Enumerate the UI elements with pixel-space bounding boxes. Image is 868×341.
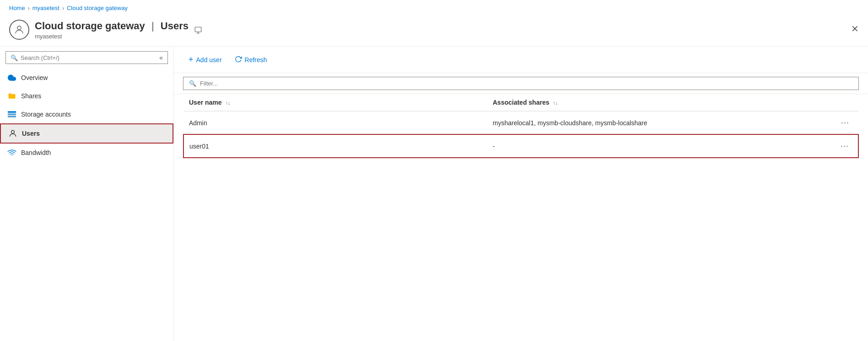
table-row: user01 - ··· (183, 134, 858, 158)
sidebar-search-icon: 🔍 (11, 54, 18, 61)
more-options-user01[interactable]: ··· (837, 140, 852, 152)
add-user-button[interactable]: + Add user (183, 52, 227, 67)
filter-icon: 🔍 (189, 80, 196, 87)
sidebar-label-storage-accounts: Storage accounts (21, 111, 71, 118)
cell-username-user01: user01 (183, 134, 487, 158)
main-layout: 🔍 « Overview Shares (0, 47, 868, 341)
sidebar-label-users: Users (22, 130, 40, 137)
shares-sort-icon[interactable]: ↑↓ (553, 100, 558, 106)
svg-rect-3 (8, 113, 16, 115)
sidebar-label-overview: Overview (21, 74, 48, 81)
user-icon (8, 129, 17, 138)
breadcrumb-sep-1: › (28, 5, 30, 11)
filter-input[interactable] (200, 80, 853, 87)
main-content: + Add user Refresh 🔍 (174, 47, 868, 341)
page-title: Cloud storage gateway | Users (35, 20, 189, 32)
breadcrumb-resource[interactable]: myasetest (32, 5, 59, 11)
cell-actions-user01: ··· (825, 134, 858, 158)
col-header-username[interactable]: User name ↑↓ (183, 94, 487, 111)
folder-icon (7, 91, 16, 101)
refresh-icon (235, 55, 242, 64)
resource-icon (9, 20, 29, 40)
add-user-label: Add user (196, 56, 222, 64)
filter-container: 🔍 (183, 77, 859, 90)
sidebar-search-input[interactable] (21, 54, 112, 61)
svg-rect-1 (195, 27, 201, 32)
search-container: 🔍 « (5, 51, 168, 64)
sidebar-item-shares[interactable]: Shares (0, 87, 173, 105)
sidebar: 🔍 « Overview Shares (0, 47, 174, 341)
page-titles: Cloud storage gateway | Users myasetest (35, 20, 189, 40)
sidebar-item-overview[interactable]: Overview (0, 69, 173, 87)
sidebar-label-shares: Shares (21, 92, 41, 100)
col-header-shares[interactable]: Associated shares ↑↓ (487, 94, 825, 111)
col-header-actions (825, 94, 858, 111)
refresh-label: Refresh (245, 56, 267, 64)
feedback-icon[interactable] (194, 26, 202, 34)
cell-shares-user01: - (487, 134, 825, 158)
sidebar-item-bandwidth[interactable]: Bandwidth (0, 144, 173, 162)
filter-bar: 🔍 (174, 73, 868, 94)
sidebar-item-users[interactable]: Users (0, 123, 173, 144)
shares-col-label: Associated shares (493, 99, 550, 106)
username-col-label: User name (189, 99, 222, 106)
breadcrumb: Home › myasetest › Cloud storage gateway (0, 0, 868, 16)
page-subtitle: myasetest (35, 33, 189, 40)
username-sort-icon[interactable]: ↑↓ (225, 100, 230, 106)
wifi-icon (7, 148, 16, 157)
svg-rect-4 (8, 116, 16, 117)
more-options-admin[interactable]: ··· (837, 117, 853, 128)
svg-rect-2 (8, 111, 16, 112)
users-table: User name ↑↓ Associated shares ↑↓ Admin … (183, 94, 859, 158)
svg-point-5 (11, 130, 15, 133)
breadcrumb-home[interactable]: Home (9, 5, 25, 11)
sidebar-label-bandwidth: Bandwidth (21, 149, 51, 156)
page-header: Cloud storage gateway | Users myasetest … (0, 16, 868, 47)
table-row: Admin mysharelocal1, mysmb-cloudshare, m… (183, 111, 858, 134)
close-button[interactable]: ✕ (851, 23, 859, 34)
cloud-icon (7, 73, 16, 82)
table-container: User name ↑↓ Associated shares ↑↓ Admin … (174, 94, 868, 158)
cell-username-admin: Admin (183, 111, 487, 134)
storage-icon (7, 110, 16, 119)
add-icon: + (189, 55, 194, 64)
collapse-button[interactable]: « (159, 54, 163, 61)
refresh-button[interactable]: Refresh (229, 53, 273, 67)
breadcrumb-current[interactable]: Cloud storage gateway (67, 5, 128, 11)
cell-actions-admin: ··· (825, 111, 858, 134)
sidebar-item-storage-accounts[interactable]: Storage accounts (0, 105, 173, 123)
breadcrumb-sep-2: › (62, 5, 64, 11)
cell-shares-admin: mysharelocal1, mysmb-cloudshare, mysmb-l… (487, 111, 825, 134)
svg-point-0 (17, 26, 21, 30)
toolbar: + Add user Refresh (174, 47, 868, 73)
svg-point-6 (11, 155, 12, 156)
